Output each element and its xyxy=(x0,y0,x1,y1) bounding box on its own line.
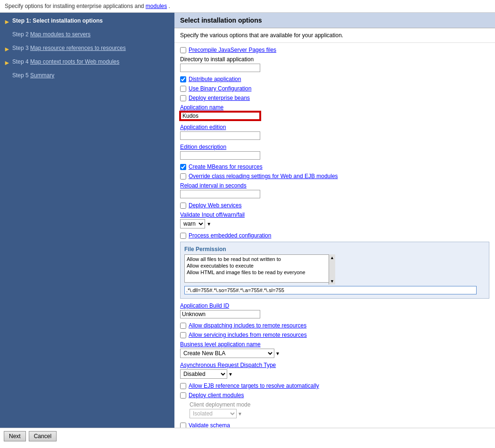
step3-arrow: ► xyxy=(4,45,10,53)
validate-schema-checkbox[interactable] xyxy=(180,423,186,428)
app-build-id-label: Application Build ID xyxy=(180,302,489,309)
step4-label: Step 4 xyxy=(12,58,30,65)
section-desc: Specify the various options that are ava… xyxy=(174,28,495,43)
allow-servicing-row: Allow servicing includes from remote res… xyxy=(180,332,489,338)
validate-schema-row: Validate schema xyxy=(180,422,489,428)
process-embedded-label[interactable]: Process embedded configuration xyxy=(189,232,271,239)
process-embedded-row: Process embedded configuration xyxy=(180,232,489,239)
app-build-id-row: Application Build ID xyxy=(180,302,489,318)
async-dispatch-row: Asynchronous Request Dispatch Type Disab… xyxy=(180,362,489,379)
step4-arrow: ► xyxy=(4,59,10,66)
step5-arrow: ► xyxy=(4,73,10,80)
fp-scroll-up[interactable]: ▲ xyxy=(330,255,334,260)
file-permission-title: File Permission xyxy=(184,246,485,253)
modules-link[interactable]: modules xyxy=(146,3,167,9)
app-name-input[interactable] xyxy=(180,112,260,120)
next-button[interactable]: Next xyxy=(4,431,26,441)
reload-interval-input[interactable] xyxy=(180,190,260,198)
edition-desc-input[interactable] xyxy=(180,151,260,160)
fp-scroll-down[interactable]: ▼ xyxy=(330,279,334,284)
deploy-client-row: Deploy client modules xyxy=(180,392,489,399)
async-dispatch-select[interactable]: Disabled xyxy=(180,369,227,379)
directory-label: Directory to install application xyxy=(180,56,489,63)
step3-link[interactable]: Map resource references to resources xyxy=(30,45,126,51)
deploy-beans-checkbox[interactable] xyxy=(180,95,186,101)
directory-row: Directory to install application xyxy=(180,56,489,72)
allow-dispatching-checkbox[interactable] xyxy=(180,323,186,329)
sidebar-item-step4: ► Step 4 Map context roots for Web modul… xyxy=(4,58,171,66)
app-build-id-input[interactable] xyxy=(180,310,260,318)
app-edition-label: Application edition xyxy=(180,124,489,130)
allow-ejb-row: Allow EJB reference targets to resolve a… xyxy=(180,383,489,389)
client-deploy-select[interactable]: Isolated xyxy=(190,409,237,418)
distribute-row: Distribute application xyxy=(180,76,489,82)
step2-arrow: ► xyxy=(4,32,10,39)
file-permission-list[interactable]: Allow all files to be read but not writt… xyxy=(184,254,335,283)
sidebar: ► Step 1: Select installation options ► … xyxy=(0,13,174,428)
allow-servicing-checkbox[interactable] xyxy=(180,332,186,338)
step5-link[interactable]: Summary xyxy=(30,72,54,79)
allow-dispatching-label[interactable]: Allow dispatching includes to remote res… xyxy=(189,322,306,329)
app-name-row: Application name xyxy=(180,104,489,120)
step5-label: Step 5 xyxy=(12,72,30,79)
deploy-client-label[interactable]: Deploy client modules xyxy=(189,392,244,399)
app-edition-row: Application edition xyxy=(180,124,489,140)
sidebar-item-step3: ► Step 3 Map resource references to reso… xyxy=(4,45,171,53)
app-name-label: Application name xyxy=(180,104,489,111)
precompile-checkbox[interactable] xyxy=(180,47,186,53)
deploy-webservices-label[interactable]: Deploy Web services xyxy=(189,202,242,209)
top-bar: Specify options for installing enterpris… xyxy=(0,0,495,13)
validate-select[interactable]: off warn fail xyxy=(180,219,205,228)
override-class-checkbox[interactable] xyxy=(180,173,186,179)
client-deploy-mode-row: Client deployment mode Isolated ▼ xyxy=(180,401,489,418)
step2-label: Step 2 xyxy=(12,31,30,38)
fp-text-input[interactable] xyxy=(184,286,477,294)
app-edition-input[interactable] xyxy=(180,131,260,140)
deploy-client-checkbox[interactable] xyxy=(180,392,186,399)
reload-interval-row: Reload interval in seconds xyxy=(180,182,489,198)
validate-label: Validate Input off/warn/fail xyxy=(180,212,489,218)
binary-label[interactable]: Use Binary Configuration xyxy=(189,85,251,92)
bla-name-label: Business level application name xyxy=(180,341,489,348)
allow-ejb-label[interactable]: Allow EJB reference targets to resolve a… xyxy=(189,383,319,389)
validate-schema-label[interactable]: Validate schema xyxy=(189,422,230,428)
bottom-bar: Next Cancel xyxy=(0,428,495,444)
step4-link[interactable]: Map context roots for Web modules xyxy=(30,58,119,65)
process-embedded-checkbox[interactable] xyxy=(180,233,186,239)
top-bar-rest: . xyxy=(169,3,170,9)
edition-desc-label: Edition description xyxy=(180,144,489,150)
step1-title[interactable]: Step 1: Select installation options xyxy=(12,17,171,24)
deploy-beans-label[interactable]: Deploy enterprise beans xyxy=(189,95,250,101)
main-layout: ► Step 1: Select installation options ► … xyxy=(0,13,495,428)
binary-checkbox[interactable] xyxy=(180,86,186,92)
allow-ejb-checkbox[interactable] xyxy=(180,383,186,389)
bla-name-row: Business level application name Create N… xyxy=(180,341,489,358)
section-header: Select installation options xyxy=(174,13,495,28)
main-content: Select installation options Specify the … xyxy=(174,13,495,428)
cancel-button[interactable]: Cancel xyxy=(29,431,57,441)
create-mbeans-row: Create MBeans for resources xyxy=(180,163,489,170)
directory-input[interactable] xyxy=(180,64,260,72)
create-mbeans-label[interactable]: Create MBeans for resources xyxy=(189,163,263,170)
fp-list-item-1: Allow all files to be read but not writt… xyxy=(186,256,334,262)
create-mbeans-checkbox[interactable] xyxy=(180,164,186,170)
top-bar-text: Specify options for installing enterpris… xyxy=(5,3,144,9)
step2-link[interactable]: Map modules to servers xyxy=(30,31,91,38)
file-permission-box: File Permission Allow all files to be re… xyxy=(180,242,489,299)
deploy-webservices-row: Deploy Web services xyxy=(180,202,489,209)
fp-list-item-3: Allow HTML and image files to be read by… xyxy=(186,269,334,276)
allow-servicing-label[interactable]: Allow servicing includes from remote res… xyxy=(189,332,307,338)
override-class-row: Override class reloading settings for We… xyxy=(180,173,489,179)
deploy-beans-row: Deploy enterprise beans xyxy=(180,95,489,101)
form-area: Precompile JavaServer Pages files Direct… xyxy=(174,43,495,428)
distribute-checkbox[interactable] xyxy=(180,76,186,82)
deploy-webservices-checkbox[interactable] xyxy=(180,203,186,209)
precompile-label[interactable]: Precompile JavaServer Pages files xyxy=(189,47,276,53)
override-class-label[interactable]: Override class reloading settings for We… xyxy=(189,173,338,179)
async-dispatch-label: Asynchronous Request Dispatch Type xyxy=(180,362,489,368)
bla-select[interactable]: Create New BLA xyxy=(180,349,274,358)
binary-row: Use Binary Configuration xyxy=(180,85,489,92)
distribute-label[interactable]: Distribute application xyxy=(189,76,241,82)
fp-list-item-2: Allow executables to execute xyxy=(186,262,334,269)
sidebar-item-step2: ► Step 2 Map modules to servers xyxy=(4,31,171,39)
